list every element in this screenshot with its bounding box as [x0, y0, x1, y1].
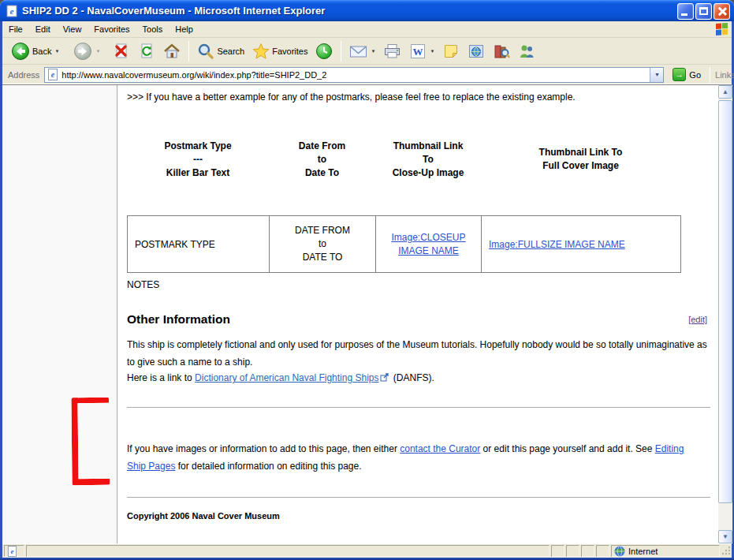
status-page-pane: e: [4, 545, 24, 557]
search-label: Search: [217, 47, 244, 56]
header-postmark-type: Postmark Type---Killer Bar Text: [127, 140, 269, 180]
notes-label: NOTES: [127, 279, 159, 290]
favorites-button[interactable]: Favorites: [248, 40, 311, 62]
research-button[interactable]: [489, 40, 514, 62]
forward-icon: [73, 42, 92, 61]
horizontal-rule: [127, 497, 710, 498]
forward-button[interactable]: ▼: [69, 39, 104, 63]
closeup-image-link[interactable]: Image:CLOSEUP: [376, 231, 481, 245]
header-dates: Date FromtoDate To: [269, 140, 375, 180]
close-button[interactable]: [714, 3, 730, 20]
back-icon: [11, 42, 30, 61]
edit-with-word-button[interactable]: W ▼: [405, 40, 438, 62]
status-bar: e Internet: [2, 543, 732, 558]
red-bracket-annotation: [71, 398, 110, 485]
ie-app-icon: e: [6, 5, 18, 17]
svg-text:e: e: [10, 6, 14, 16]
header-closeup-link: Thumbnail LinkToClose-Up Image: [375, 140, 481, 180]
menu-help[interactable]: Help: [169, 21, 199, 37]
cell-closeup-link: Image:CLOSEUP IMAGE NAME: [376, 216, 482, 273]
wiki-content: >>> If you have a better example for any…: [117, 85, 718, 543]
external-link-icon: [380, 373, 389, 382]
search-icon: [197, 43, 214, 60]
history-icon: [315, 43, 333, 60]
media-button[interactable]: [464, 40, 489, 62]
minimize-button[interactable]: [677, 3, 694, 20]
stop-icon: [113, 43, 130, 60]
globe-window-icon: [468, 43, 485, 60]
home-icon: [163, 43, 181, 60]
edit-link[interactable]: [edit]: [688, 315, 707, 324]
status-pane: [551, 545, 564, 557]
print-button[interactable]: [379, 40, 405, 62]
svg-text:e: e: [10, 547, 13, 555]
contact-curator-link[interactable]: contact the Curator: [400, 443, 480, 454]
cell-dates: DATE FROMtoDATE TO: [270, 216, 376, 273]
menu-bar: File Edit View Favorites Tools Help: [2, 21, 732, 38]
url-text[interactable]: http://www.navalcovermuseum.org/wiki/ind…: [61, 70, 326, 80]
favorites-label: Favorites: [272, 47, 307, 56]
go-label: Go: [689, 70, 701, 80]
go-button[interactable]: → Go: [669, 66, 705, 83]
print-icon: [383, 43, 401, 60]
back-dropdown-icon[interactable]: ▼: [54, 49, 59, 54]
favorites-star-icon: [252, 43, 270, 60]
internet-globe-icon: [614, 546, 625, 557]
menu-edit[interactable]: Edit: [29, 21, 57, 37]
edit-dropdown-icon[interactable]: ▼: [430, 49, 434, 54]
page-ie-icon: e: [47, 69, 58, 80]
menu-file[interactable]: File: [2, 21, 29, 37]
menu-tools[interactable]: Tools: [136, 21, 170, 37]
security-zone-pane: Internet: [611, 545, 720, 557]
status-pane: [581, 545, 594, 557]
address-dropdown-icon[interactable]: ▼: [650, 68, 663, 82]
address-input[interactable]: e http://www.navalcovermuseum.org/wiki/i…: [44, 67, 664, 83]
history-button[interactable]: [311, 40, 337, 62]
mail-dropdown-icon[interactable]: ▼: [371, 49, 375, 54]
links-label[interactable]: Links: [715, 70, 734, 80]
mail-icon: [349, 43, 367, 60]
search-button[interactable]: Search: [193, 40, 248, 62]
refresh-icon: [138, 43, 155, 60]
menu-view[interactable]: View: [57, 21, 88, 37]
refresh-button[interactable]: [134, 40, 159, 62]
window-title: SHIP2 DD 2 - NavalCoverMuseum - Microsof…: [22, 5, 325, 17]
svg-text:e: e: [51, 70, 55, 79]
menu-favorites[interactable]: Favorites: [88, 21, 136, 37]
scroll-down-icon[interactable]: ▼: [718, 530, 732, 543]
messenger-button[interactable]: [514, 40, 539, 62]
mail-button[interactable]: ▼: [345, 40, 379, 62]
back-label: Back: [32, 47, 51, 56]
go-arrow-icon: →: [673, 68, 686, 81]
table-row: POSTMARK TYPE DATE FROMtoDATE TO Image:C…: [128, 216, 681, 273]
forward-dropdown-icon: ▼: [95, 49, 100, 54]
status-pane: [566, 545, 579, 557]
home-button[interactable]: [159, 40, 184, 62]
scrollbar-thumb[interactable]: [718, 100, 732, 503]
note-icon: [442, 43, 460, 60]
stop-button[interactable]: [109, 40, 134, 62]
maximize-button[interactable]: [695, 3, 712, 20]
links-separator: [710, 67, 710, 83]
windows-logo-icon: [715, 23, 728, 36]
fictional-ship-paragraph: This ship is completely fictional and on…: [127, 336, 717, 371]
address-label: Address: [2, 70, 44, 80]
danfs-link[interactable]: Dictionary of American Naval Fighting Sh…: [195, 372, 378, 383]
vertical-scrollbar[interactable]: ▲ ▼: [718, 84, 732, 543]
status-pane: [596, 545, 609, 557]
scroll-up-icon[interactable]: ▲: [718, 85, 732, 99]
closeup-image-link[interactable]: IMAGE NAME: [376, 245, 481, 258]
toolbar-separator: [188, 41, 189, 62]
edit-section: [edit]: [688, 315, 707, 324]
resize-grip[interactable]: [720, 544, 732, 558]
horizontal-rule: [127, 407, 710, 408]
address-bar: Address e http://www.navalcovermuseum.or…: [2, 65, 732, 84]
zone-label: Internet: [628, 547, 658, 556]
back-button[interactable]: Back ▼: [7, 39, 63, 63]
standard-toolbar: Back ▼ ▼: [2, 38, 732, 65]
title-bar: e SHIP2 DD 2 - NavalCoverMuseum - Micros…: [0, 0, 734, 21]
copyright-text: Copyright 2006 Naval Cover Museum: [127, 511, 280, 521]
discuss-button[interactable]: [438, 40, 464, 62]
fullsize-image-link[interactable]: Image:FULLSIZE IMAGE NAME: [489, 239, 625, 250]
danfs-paragraph: Here is a link to Dictionary of American…: [127, 369, 717, 386]
